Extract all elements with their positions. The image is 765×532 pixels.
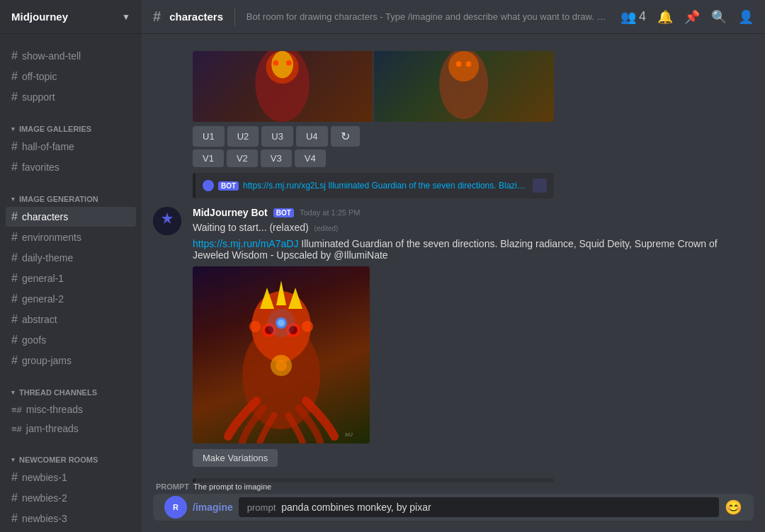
slash-command: /imagine bbox=[193, 494, 233, 521]
image-galleries-section: ▾ IMAGE GALLERIES # hall-of-fame # favor… bbox=[0, 111, 142, 181]
channel-goofs[interactable]: # goofs bbox=[6, 330, 136, 350]
channel-hash-icon: # bbox=[153, 9, 161, 25]
notification-icon[interactable]: 🔔 bbox=[657, 9, 673, 25]
channel-label: favorites bbox=[22, 162, 60, 173]
image-generation-section: ▾ IMAGE GENERATION # characters # enviro… bbox=[0, 181, 142, 374]
pin-icon[interactable]: 📌 bbox=[684, 9, 700, 25]
svg-point-7 bbox=[456, 62, 462, 67]
u4-button-top[interactable]: U4 bbox=[296, 126, 328, 147]
newcomer-rooms-label[interactable]: ▾ NEWCOMER ROOMS bbox=[6, 453, 136, 467]
v3-button-top[interactable]: V3 bbox=[261, 149, 292, 167]
channel-name: characters bbox=[169, 11, 223, 23]
caret-icon: ▾ bbox=[11, 125, 15, 132]
hash-icon: # bbox=[11, 354, 18, 367]
u3-button-top[interactable]: U3 bbox=[261, 126, 293, 147]
channel-general-2[interactable]: # general-2 bbox=[6, 289, 136, 309]
channel-label: hall-of-fame bbox=[22, 141, 74, 152]
message-link-1[interactable]: https://s.mj.run/mA7aDJ bbox=[193, 238, 298, 249]
svg-point-25 bbox=[267, 309, 295, 337]
hash-icon: # bbox=[11, 50, 18, 62]
hash-icon: # bbox=[11, 492, 18, 504]
channel-group-jams[interactable]: # group-jams bbox=[6, 351, 136, 370]
prompt-label: prompt bbox=[156, 482, 189, 491]
channel-label: misc-threads bbox=[26, 404, 83, 415]
hash-icon: # bbox=[11, 210, 18, 223]
hash-icon: # bbox=[11, 70, 18, 83]
channel-label: daily-theme bbox=[22, 252, 73, 264]
channel-label: general-1 bbox=[22, 273, 64, 284]
bot-badge-1: BOT bbox=[273, 208, 294, 217]
channel-label: goofs bbox=[22, 334, 46, 346]
emoji-button[interactable]: 😊 bbox=[725, 499, 742, 516]
channel-label: group-jams bbox=[22, 355, 72, 366]
prompt-label-inner: prompt bbox=[247, 502, 276, 513]
channel-off-topic[interactable]: # off-topic bbox=[6, 67, 136, 86]
channel-daily-theme[interactable]: # daily-theme bbox=[6, 248, 136, 268]
channel-newbies-2[interactable]: # newbies-2 bbox=[6, 488, 136, 508]
channel-misc-threads[interactable]: ≡# misc-threads bbox=[6, 400, 136, 419]
input-prompt-wrapper[interactable]: prompt panda combines monkey, by pixar bbox=[239, 497, 719, 517]
prompt-hint: prompt The prompt to imagine bbox=[153, 482, 754, 494]
embed-bot-icon bbox=[203, 180, 214, 191]
main-content: # characters Bot room for drawing charac… bbox=[142, 0, 765, 532]
channel-characters[interactable]: # characters bbox=[6, 207, 136, 227]
v1-button-top[interactable]: V1 bbox=[193, 149, 224, 167]
u1-button-top[interactable]: U1 bbox=[193, 126, 225, 147]
v2-button-top[interactable]: V2 bbox=[227, 149, 258, 167]
channel-newbies-1[interactable]: # newbies-1 bbox=[6, 468, 136, 487]
search-icon[interactable]: 🔍 bbox=[711, 9, 727, 25]
svg-point-22 bbox=[302, 321, 313, 332]
hash-icon: # bbox=[11, 471, 18, 484]
thread-channels-label[interactable]: ▾ THREAD CHANNELS bbox=[6, 385, 136, 400]
channel-favorites[interactable]: # favorites bbox=[6, 157, 136, 177]
message-author-1: MidJourney Bot bbox=[193, 207, 268, 218]
channel-label: abstract bbox=[22, 314, 57, 325]
embed-bot-badge: BOT bbox=[218, 181, 239, 191]
svg-text:MJ: MJ bbox=[345, 431, 353, 438]
channel-hall-of-fame[interactable]: # hall-of-fame bbox=[6, 137, 136, 157]
message-group-1: MidJourney Bot BOT Today at 1:25 PM Wait… bbox=[142, 204, 765, 470]
image-galleries-label[interactable]: ▾ IMAGE GALLERIES bbox=[6, 122, 136, 136]
server-header[interactable]: Midjourney ▼ bbox=[0, 0, 142, 34]
hash-icon: # bbox=[11, 512, 18, 525]
header-divider bbox=[234, 9, 235, 26]
hash-icon: # bbox=[11, 334, 18, 346]
channel-label: jam-threads bbox=[26, 423, 79, 434]
v4-button-top[interactable]: V4 bbox=[295, 149, 326, 167]
channel-label: general-2 bbox=[22, 293, 64, 305]
message-input-box[interactable]: R /imagine prompt panda combines monkey,… bbox=[153, 494, 754, 521]
hash-icon: # bbox=[11, 231, 18, 244]
make-variations-button[interactable]: Make Variations bbox=[193, 449, 278, 467]
input-area: prompt The prompt to imagine R /imagine … bbox=[142, 482, 765, 532]
svg-point-8 bbox=[466, 62, 472, 67]
caret-icon: ▾ bbox=[11, 389, 15, 396]
channel-environments[interactable]: # environments bbox=[6, 227, 136, 247]
image-generation-label[interactable]: ▾ IMAGE GENERATION bbox=[6, 192, 136, 206]
header-icons: 👥 4 🔔 📌 🔍 👤 bbox=[620, 9, 754, 25]
upscale-btn-row-top: U1 U2 U3 U4 ↻ bbox=[193, 126, 754, 147]
thread-hash-icon: ≡# bbox=[11, 404, 22, 415]
svg-point-3 bbox=[273, 60, 279, 66]
embed-line-2: BOT https://s.mj.run/qOgwYG Illuminated … bbox=[142, 475, 765, 482]
channel-support[interactable]: # support bbox=[6, 87, 136, 107]
u2-button-top[interactable]: U2 bbox=[227, 126, 259, 147]
refresh-button-top[interactable]: ↻ bbox=[331, 126, 360, 147]
hash-icon: # bbox=[11, 251, 18, 264]
prompt-input-text[interactable]: panda combines monkey, by pixar bbox=[281, 502, 431, 513]
top-channels-section: # show-and-tell # off-topic # support bbox=[0, 34, 142, 111]
channel-jam-threads[interactable]: ≡# jam-threads bbox=[6, 419, 136, 438]
messages-area: U1 U2 U3 U4 ↻ V1 V2 V3 V4 bbox=[142, 34, 765, 482]
server-chevron: ▼ bbox=[122, 12, 130, 22]
channel-general-1[interactable]: # general-1 bbox=[6, 268, 136, 288]
svg-point-4 bbox=[286, 60, 292, 66]
squid-creature-svg: MJ bbox=[193, 266, 370, 443]
members-panel-icon[interactable]: 👤 bbox=[738, 9, 754, 25]
hash-icon: # bbox=[11, 91, 18, 103]
channel-abstract[interactable]: # abstract bbox=[6, 310, 136, 329]
user-avatar-input: R bbox=[164, 496, 187, 519]
channel-newbies-3[interactable]: # newbies-3 bbox=[6, 509, 136, 528]
prompt-hint-text: The prompt to imagine bbox=[193, 482, 271, 491]
svg-point-6 bbox=[448, 51, 479, 81]
squid-img-top-right bbox=[374, 51, 554, 122]
channel-show-and-tell[interactable]: # show-and-tell bbox=[6, 46, 136, 66]
